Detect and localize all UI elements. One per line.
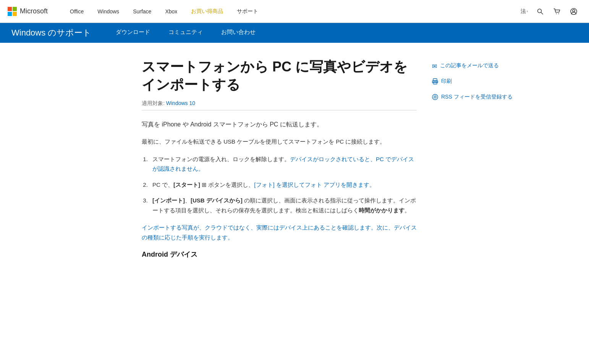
rss-icon bbox=[432, 94, 438, 101]
step-1: スマートフォンの電源を入れ、ロックを解除します。デバイスがロックされていると、P… bbox=[149, 154, 417, 174]
svg-point-11 bbox=[435, 97, 435, 97]
sidebar-rss-text: RSS フィードを受信登録する bbox=[441, 93, 513, 101]
nav-surface[interactable]: Surface bbox=[126, 0, 158, 23]
search-icon bbox=[537, 8, 543, 15]
svg-point-3 bbox=[558, 13, 559, 14]
step-3-import: [インポート] bbox=[152, 197, 185, 204]
account-icon bbox=[570, 8, 577, 15]
nav-windows[interactable]: Windows bbox=[91, 0, 126, 23]
sub-nav-title: Windows のサポート bbox=[11, 27, 91, 39]
sub-nav-links: ダウンロード コミュニティ お問い合わせ bbox=[107, 23, 265, 43]
logo-sq-green bbox=[13, 7, 17, 11]
applies-value: Windows 10 bbox=[166, 100, 195, 106]
nav-links: Office Windows Surface Xbox お買い得商品 サポート bbox=[63, 0, 521, 23]
applies-label: 適用対象: bbox=[142, 100, 165, 106]
sidebar-print[interactable]: 印刷 bbox=[432, 78, 516, 86]
step-3-time: 時間がかかります bbox=[359, 207, 405, 214]
article-para1: 最初に、ファイルを転送できる USB ケーブルを使用してスマートフォンを PC … bbox=[142, 137, 417, 147]
region-chevron: › bbox=[527, 9, 528, 13]
svg-rect-7 bbox=[433, 82, 437, 84]
sub-navigation: Windows のサポート ダウンロード コミュニティ お問い合わせ bbox=[0, 23, 589, 43]
sidebar-email-text: この記事をメールで送る bbox=[440, 62, 499, 70]
svg-point-5 bbox=[573, 10, 575, 12]
region-label: 法 bbox=[521, 8, 526, 15]
microsoft-logo-text: Microsoft bbox=[20, 7, 48, 15]
step-3: [インポート]、[USB デバイスから] の順に選択し、画面に表示される指示に従… bbox=[149, 196, 417, 215]
svg-point-2 bbox=[556, 13, 557, 14]
article-section-title: Android デバイス bbox=[142, 250, 417, 259]
sidebar: ✉ この記事をメールで送る 印刷 RSS bbox=[432, 58, 516, 263]
svg-rect-6 bbox=[433, 79, 437, 81]
nav-support[interactable]: サポート bbox=[230, 0, 265, 23]
step-1-text-prefix: スマートフォンの電源を入れ、ロックを解除します。 bbox=[152, 156, 290, 162]
article-body: スマートフォンから PC に写真やビデオをインポートする 適用対象: Windo… bbox=[142, 58, 417, 263]
logo-sq-yellow bbox=[13, 12, 17, 16]
printer-icon bbox=[432, 78, 438, 84]
svg-line-1 bbox=[541, 12, 543, 14]
cart-button[interactable] bbox=[549, 4, 565, 19]
sidebar-print-text: 印刷 bbox=[441, 78, 452, 85]
step-2-link[interactable]: [フォト] を選択してフォト アプリを開きます。 bbox=[254, 181, 375, 188]
nav-xbox[interactable]: Xbox bbox=[158, 0, 184, 23]
microsoft-logo-squares bbox=[8, 7, 17, 16]
search-button[interactable] bbox=[532, 4, 548, 19]
sidebar-email[interactable]: ✉ この記事をメールで送る bbox=[432, 62, 516, 70]
article-intro: 写真を iPhone や Android スマートフォンから PC に転送します… bbox=[142, 120, 417, 129]
print-icon bbox=[432, 78, 438, 86]
subnav-community[interactable]: コミュニティ bbox=[159, 23, 212, 43]
article-note: インポートする写真が、クラウドではなく、実際にはデバイス上にあることを確認します… bbox=[142, 223, 417, 242]
sidebar-rss[interactable]: RSS フィードを受信登録する bbox=[432, 93, 516, 101]
logo-sq-blue bbox=[8, 12, 12, 16]
email-icon: ✉ bbox=[432, 63, 437, 70]
logo-sq-red bbox=[8, 7, 12, 11]
nav-deals[interactable]: お買い得商品 bbox=[184, 0, 230, 23]
article-divider bbox=[142, 110, 417, 110]
step-2: PC で、[スタート] ⊞ ボタンを選択し、[フォト] を選択してフォト アプリ… bbox=[149, 180, 417, 190]
rss-symbol-icon bbox=[432, 94, 438, 100]
article-title: スマートフォンから PC に写真やビデオをインポートする bbox=[142, 58, 417, 94]
main-content: スマートフォンから PC に写真やビデオをインポートする 適用対象: Windo… bbox=[65, 43, 524, 278]
step-2-start: [スタート] bbox=[173, 181, 200, 188]
nav-office[interactable]: Office bbox=[63, 0, 91, 23]
account-button[interactable] bbox=[566, 4, 581, 19]
cart-icon bbox=[553, 8, 560, 15]
microsoft-logo[interactable]: Microsoft bbox=[8, 7, 48, 16]
article-steps-list: スマートフォンの電源を入れ、ロックを解除します。デバイスがロックされていると、P… bbox=[142, 154, 417, 215]
svg-point-8 bbox=[437, 81, 437, 82]
region-selector[interactable]: 法 › bbox=[521, 8, 528, 15]
nav-icons: 法 › bbox=[521, 4, 581, 19]
subnav-download[interactable]: ダウンロード bbox=[107, 23, 159, 43]
step-3-usb: [USB デバイスから] bbox=[191, 197, 243, 204]
top-navigation: Microsoft Office Windows Surface Xbox お買… bbox=[0, 0, 589, 23]
article-applies: 適用対象: Windows 10 bbox=[142, 100, 417, 107]
subnav-contact[interactable]: お問い合わせ bbox=[212, 23, 265, 43]
